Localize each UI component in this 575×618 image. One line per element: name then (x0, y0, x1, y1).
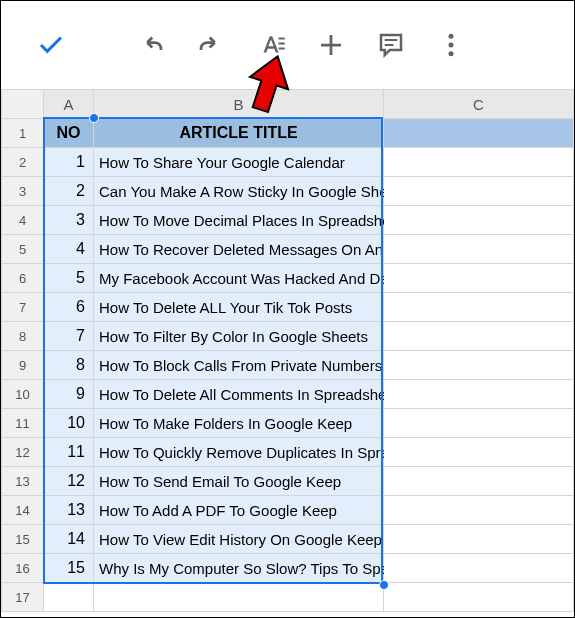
svg-point-7 (449, 51, 454, 56)
spreadsheet-grid[interactable]: A B C 1 NO ARTICLE TITLE 21How To Share … (1, 89, 574, 617)
cell-no[interactable]: 13 (44, 496, 94, 525)
cell-header-no[interactable]: NO (44, 119, 94, 148)
cell[interactable] (94, 583, 384, 612)
cell[interactable] (384, 235, 574, 264)
cell-title[interactable]: How To Delete ALL Your Tik Tok Posts (94, 293, 384, 322)
row-header[interactable]: 15 (2, 525, 44, 554)
more-button[interactable] (421, 15, 481, 75)
row-header[interactable]: 8 (2, 322, 44, 351)
column-header-c[interactable]: C (384, 90, 574, 119)
cell[interactable] (384, 409, 574, 438)
text-format-icon (256, 30, 286, 60)
cell-no[interactable]: 1 (44, 148, 94, 177)
add-button[interactable] (301, 15, 361, 75)
cell-title[interactable]: How To Filter By Color In Google Sheets (94, 322, 384, 351)
row-header[interactable]: 12 (2, 438, 44, 467)
undo-icon (136, 30, 166, 60)
row-header[interactable]: 9 (2, 351, 44, 380)
cell-title[interactable]: How To Make Folders In Google Keep (94, 409, 384, 438)
cell[interactable] (384, 583, 574, 612)
plus-icon (316, 30, 346, 60)
cell-no[interactable]: 2 (44, 177, 94, 206)
cell-no[interactable]: 12 (44, 467, 94, 496)
cell[interactable] (384, 177, 574, 206)
confirm-button[interactable] (21, 15, 81, 75)
cell-title[interactable]: How To Share Your Google Calendar (94, 148, 384, 177)
column-header-a[interactable]: A (44, 90, 94, 119)
cell-no[interactable]: 9 (44, 380, 94, 409)
more-vert-icon (436, 30, 466, 60)
row-header[interactable]: 5 (2, 235, 44, 264)
cell-title[interactable]: My Facebook Account Was Hacked And Delet… (94, 264, 384, 293)
svg-point-5 (449, 34, 454, 39)
cell-title[interactable]: Can You Make A Row Sticky In Google Shee… (94, 177, 384, 206)
svg-rect-0 (279, 38, 285, 40)
cell[interactable] (384, 264, 574, 293)
row-header[interactable]: 2 (2, 148, 44, 177)
cell-header-title[interactable]: ARTICLE TITLE (94, 119, 384, 148)
comment-icon (376, 30, 406, 60)
cell-title[interactable]: How To Quickly Remove Duplicates In Spre… (94, 438, 384, 467)
redo-icon (196, 30, 226, 60)
row-header[interactable]: 7 (2, 293, 44, 322)
row-header[interactable]: 16 (2, 554, 44, 583)
cell-no[interactable]: 15 (44, 554, 94, 583)
row-header[interactable]: 1 (2, 119, 44, 148)
svg-rect-1 (279, 43, 285, 45)
cell[interactable] (384, 525, 574, 554)
cell[interactable] (384, 380, 574, 409)
comment-button[interactable] (361, 15, 421, 75)
cell-no[interactable]: 4 (44, 235, 94, 264)
row-header[interactable]: 17 (2, 583, 44, 612)
svg-point-6 (449, 43, 454, 48)
cell-no[interactable]: 11 (44, 438, 94, 467)
cell-no[interactable]: 5 (44, 264, 94, 293)
cell[interactable] (384, 206, 574, 235)
cell[interactable] (44, 583, 94, 612)
row-header[interactable]: 4 (2, 206, 44, 235)
cell-title[interactable]: How To Send Email To Google Keep (94, 467, 384, 496)
row-header[interactable]: 10 (2, 380, 44, 409)
toolbar (1, 1, 574, 89)
text-format-button[interactable] (241, 15, 301, 75)
cell[interactable] (384, 467, 574, 496)
cell[interactable] (384, 438, 574, 467)
cell[interactable] (384, 119, 574, 148)
cell-title[interactable]: How To Add A PDF To Google Keep (94, 496, 384, 525)
cell-title[interactable]: How To Move Decimal Places In Spreadshee… (94, 206, 384, 235)
column-header-b[interactable]: B (94, 90, 384, 119)
svg-rect-2 (279, 48, 285, 50)
cell-title[interactable]: How To Recover Deleted Messages On An An… (94, 235, 384, 264)
row-header[interactable]: 14 (2, 496, 44, 525)
select-all-corner[interactable] (2, 90, 44, 119)
cell[interactable] (384, 554, 574, 583)
row-header[interactable]: 3 (2, 177, 44, 206)
check-icon (36, 30, 66, 60)
cell-no[interactable]: 7 (44, 322, 94, 351)
undo-button[interactable] (121, 15, 181, 75)
cell-title[interactable]: How To Delete All Comments In Spreadshee… (94, 380, 384, 409)
row-header[interactable]: 13 (2, 467, 44, 496)
cell[interactable] (384, 322, 574, 351)
cell-no[interactable]: 3 (44, 206, 94, 235)
cell-no[interactable]: 14 (44, 525, 94, 554)
cell-no[interactable]: 6 (44, 293, 94, 322)
cell[interactable] (384, 351, 574, 380)
cell-no[interactable]: 10 (44, 409, 94, 438)
cell-title[interactable]: How To View Edit History On Google Keep (94, 525, 384, 554)
row-header[interactable]: 6 (2, 264, 44, 293)
row-header[interactable]: 11 (2, 409, 44, 438)
cell[interactable] (384, 293, 574, 322)
cell[interactable] (384, 496, 574, 525)
cell-title[interactable]: How To Block Calls From Private Numbers … (94, 351, 384, 380)
cell[interactable] (384, 148, 574, 177)
redo-button[interactable] (181, 15, 241, 75)
cell-no[interactable]: 8 (44, 351, 94, 380)
cell-title[interactable]: Why Is My Computer So Slow? Tips To Spee… (94, 554, 384, 583)
